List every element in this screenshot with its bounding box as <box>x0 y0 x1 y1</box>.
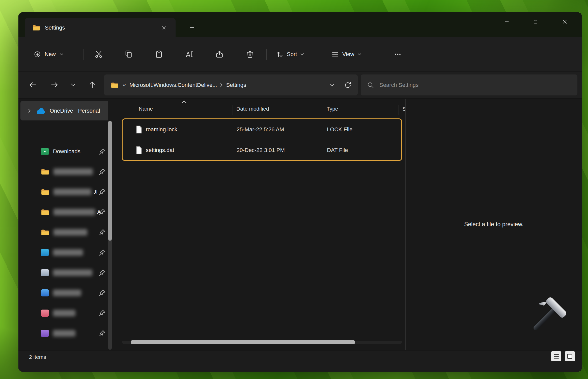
back-button[interactable] <box>25 78 40 92</box>
arrow-left-icon <box>29 81 37 89</box>
new-tab-button[interactable] <box>185 20 199 35</box>
sidebar-item[interactable] <box>20 305 108 322</box>
download-arrow-icon <box>42 149 48 154</box>
large-icons-view-toggle[interactable] <box>565 351 575 361</box>
breadcrumb-root[interactable]: Microsoft.Windows.ContentDelive... <box>129 82 217 88</box>
minimize-icon <box>503 18 510 25</box>
sidebar-item[interactable] <box>20 163 108 180</box>
app-folder-icon <box>41 330 49 337</box>
search-icon <box>367 81 374 89</box>
folder-icon <box>41 188 49 195</box>
file-row[interactable]: settings.dat 20-Dec-22 3:01 PM DAT File <box>123 140 401 160</box>
sidebar-item[interactable] <box>20 224 108 241</box>
toolbar-divider <box>266 49 267 60</box>
pin-icon <box>99 330 106 337</box>
redacted-label <box>53 249 83 256</box>
column-header-type[interactable]: Type <box>327 106 338 112</box>
search-input[interactable] <box>379 82 571 89</box>
pin-icon <box>99 289 106 296</box>
forward-button[interactable] <box>47 78 62 92</box>
explorer-tab[interactable]: Settings <box>25 18 176 37</box>
redacted-label <box>53 209 95 215</box>
plus-circle-icon <box>34 50 41 58</box>
paste-button[interactable] <box>151 47 166 62</box>
breadcrumb-overflow[interactable]: « <box>123 82 126 88</box>
breadcrumb-leaf[interactable]: Settings <box>226 82 246 88</box>
app-folder-icon <box>41 249 49 256</box>
item-count: 2 items <box>29 354 46 360</box>
pin-icon <box>99 249 106 256</box>
file-date-modified: 20-Dec-22 3:01 PM <box>237 147 285 154</box>
pin-icon <box>99 269 106 276</box>
rename-icon <box>185 50 193 59</box>
redacted-label <box>53 310 75 316</box>
sidebar-item[interactable]: A <box>20 204 108 221</box>
close-icon <box>562 18 568 25</box>
plus-icon <box>188 24 195 31</box>
address-dropdown-chevron-icon[interactable] <box>329 82 335 88</box>
chevron-down-icon <box>357 52 362 57</box>
up-button[interactable] <box>85 78 100 92</box>
column-divider[interactable] <box>233 105 233 115</box>
app-folder-icon <box>41 310 49 317</box>
folder-icon <box>41 209 49 216</box>
more-options-button[interactable] <box>390 47 405 62</box>
recent-locations-button[interactable] <box>67 78 79 92</box>
new-button[interactable]: New <box>29 45 69 63</box>
vertical-scrollbar-thumb[interactable] <box>108 121 112 241</box>
app-folder-icon <box>41 289 49 296</box>
navigation-bar: « Microsoft.Windows.ContentDelive... Set… <box>18 71 582 99</box>
redacted-label <box>53 229 87 236</box>
tab-close-button[interactable] <box>159 23 169 33</box>
view-button[interactable]: View <box>328 47 365 62</box>
minimize-button[interactable] <box>498 14 515 29</box>
sidebar-item[interactable] <box>20 244 108 261</box>
sort-button[interactable]: Sort <box>273 47 307 62</box>
vertical-scrollbar[interactable] <box>108 121 112 350</box>
column-divider[interactable] <box>323 105 323 115</box>
chevron-right-icon[interactable] <box>27 108 32 113</box>
sidebar-item[interactable] <box>20 284 108 301</box>
ellipsis-icon <box>394 50 402 59</box>
column-header-size[interactable]: Size <box>402 106 405 112</box>
sidebar-item-downloads[interactable]: Downloads <box>20 143 108 160</box>
share-button[interactable] <box>212 47 227 62</box>
pin-icon <box>99 188 106 195</box>
file-name: settings.dat <box>146 147 174 154</box>
details-view-toggle[interactable] <box>551 351 561 361</box>
file-row[interactable]: roaming.lock 25-Mar-22 5:26 AM LOCK File <box>123 119 401 140</box>
sidebar-item[interactable]: JI <box>20 183 108 200</box>
search-box[interactable] <box>361 74 577 95</box>
file-icon <box>136 125 142 134</box>
chevron-down-icon <box>300 52 304 57</box>
delete-button[interactable] <box>242 47 258 62</box>
maximize-button[interactable] <box>527 14 544 29</box>
column-header-date-modified[interactable]: Date modified <box>236 106 269 112</box>
status-bar: 2 items <box>18 350 582 372</box>
copy-button[interactable] <box>121 47 136 62</box>
chevron-down-icon <box>59 52 64 57</box>
tab-title: Settings <box>45 24 65 31</box>
file-name: roaming.lock <box>146 126 177 133</box>
cut-button[interactable] <box>91 47 106 62</box>
close-window-button[interactable] <box>556 14 573 29</box>
sidebar-item-onedrive[interactable]: OneDrive - Personal <box>20 101 108 120</box>
sidebar-item[interactable] <box>20 264 108 281</box>
sort-icon <box>276 50 284 58</box>
chevron-right-icon <box>219 83 224 88</box>
command-toolbar: New Sort View <box>18 37 582 71</box>
address-bar[interactable]: « Microsoft.Windows.ContentDelive... Set… <box>104 74 358 95</box>
copy-icon <box>124 50 133 59</box>
refresh-icon[interactable] <box>344 81 352 89</box>
column-header-name[interactable]: Name <box>139 106 153 112</box>
hammer-cursor <box>528 297 566 336</box>
column-divider[interactable] <box>399 105 399 115</box>
sidebar-item[interactable] <box>20 325 108 342</box>
app-folder-icon <box>41 269 49 276</box>
onedrive-cloud-icon <box>36 107 46 114</box>
horizontal-scrollbar-thumb[interactable] <box>131 340 355 344</box>
trash-icon <box>246 50 254 59</box>
chevron-down-icon <box>70 82 76 88</box>
rename-button[interactable] <box>182 47 197 62</box>
file-list: Name Date modified Type Size roaming.loc… <box>114 99 405 350</box>
